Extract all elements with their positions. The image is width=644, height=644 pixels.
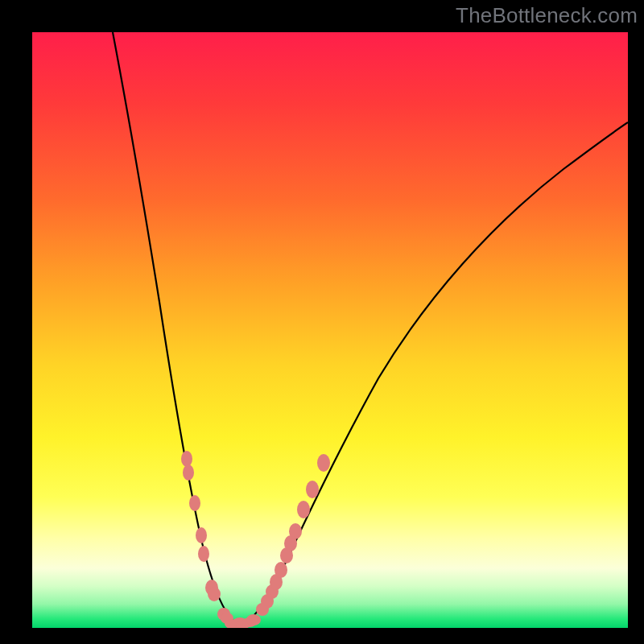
plot-area [32, 32, 628, 628]
svg-point-19 [275, 562, 287, 578]
curve-right-branch [240, 122, 628, 625]
svg-point-23 [297, 501, 310, 518]
svg-point-24 [306, 481, 319, 498]
svg-point-6 [208, 587, 221, 601]
svg-point-1 [183, 464, 194, 481]
svg-point-0 [181, 451, 192, 467]
dots-left-group [181, 451, 233, 624]
svg-point-25 [317, 454, 330, 472]
svg-point-14 [246, 614, 261, 625]
svg-point-22 [289, 523, 302, 539]
svg-point-4 [198, 546, 209, 562]
svg-point-3 [196, 527, 207, 543]
chart-frame: TheBottleneck.com [0, 0, 644, 644]
curve-left-branch [113, 32, 240, 625]
svg-point-2 [189, 495, 200, 511]
curve-layer [32, 32, 628, 628]
dots-right-group [233, 454, 330, 628]
watermark-text: TheBottleneck.com [456, 3, 638, 28]
